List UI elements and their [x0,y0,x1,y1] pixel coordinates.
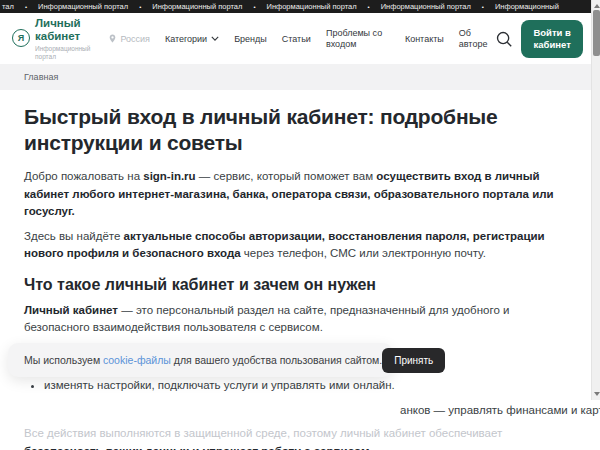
cookie-text: Мы используем cookie-файлы для вашего уд… [24,354,382,366]
ticker-item: тал [2,2,14,11]
ticker-item: Информационный [495,2,559,11]
site-logo[interactable]: Я Личный кабинет Информационный портал [12,17,90,61]
breadcrumb-home[interactable]: Главная [24,72,58,82]
nav-about[interactable]: Об авторе [459,28,493,49]
page: тал • Информационный портал • Информацио… [0,0,600,450]
text-run: Здесь вы найдёте [24,230,124,242]
logo-circle-icon: Я [12,29,30,47]
nav-region-label: Россия [120,34,150,44]
nav-login-problems[interactable]: Проблемы со входом [326,28,390,49]
cookie-banner: Мы используем cookie-файлы для вашего уд… [8,343,393,377]
login-cabinet-button[interactable]: Войти в кабинет [521,20,583,58]
logo-subtitle-line1: Информационный [35,45,90,53]
bullet-separator-icon: • [368,4,370,10]
info-portal-ticker: тал • Информационный портал • Информацио… [0,0,591,13]
ticker-item: Информационный портал [152,2,242,11]
text-run: Мы используем [24,354,103,366]
scrollbar-thumb[interactable] [593,10,600,56]
logo-title-line2: кабинет [35,30,90,43]
site-header: Я Личный кабинет Информационный портал Р… [0,13,591,64]
scroll-down-arrow-icon[interactable] [594,392,600,396]
ticker-item: Информационный портал [38,2,128,11]
logo-title-line1: Личный [35,17,90,30]
nav-region-selector[interactable]: Россия [108,33,150,44]
text-run-bold: Личный кабинет [24,304,118,316]
accept-cookies-button[interactable]: Принять [382,348,445,373]
page-title: Быстрый вход в личный кабинет: подробные… [24,104,560,156]
location-pin-icon [108,33,117,44]
text-run: Добро пожаловать на [24,170,143,182]
logo-letter: Я [18,33,24,43]
definition-paragraph: Личный кабинет — это персональный раздел… [24,302,560,337]
chevron-down-icon [211,36,219,41]
text-run: через телефон, СМС или электронную почту… [241,247,486,259]
security-paragraph: Все действия выполняются в защищенной ср… [24,425,560,450]
bullet-separator-icon: • [253,4,255,10]
partially-hidden-paragraph: анков — управлять финансами и картами, [24,404,560,416]
second-paragraph: Здесь вы найдёте актуальные способы авто… [24,228,560,263]
logo-subtitle-line2: портал [35,53,90,61]
main-nav: Россия Категории Бренды Статьи Проблемы … [108,28,492,49]
article-content: Быстрый вход в личный кабинет: подробные… [0,90,584,450]
text-run: для вашего удобства пользования сайтом. [171,354,382,366]
nav-articles[interactable]: Статьи [282,34,311,44]
ticker-item: Информационный портал [266,2,356,11]
scroll-up-arrow-icon[interactable] [594,4,600,8]
bullet-separator-icon: • [139,4,141,10]
bullet-separator-icon: • [482,4,484,10]
intro-paragraph: Добро пожаловать на sign-in.ru — сервис,… [24,168,560,221]
site-domain-bold: sign-in.ru [143,170,195,182]
nav-categories-label: Категории [165,34,207,44]
nav-brands[interactable]: Бренды [234,34,267,44]
nav-contacts[interactable]: Контакты [405,34,444,44]
bullet-separator-icon: • [25,4,27,10]
ticker-item: Информационный портал [381,2,471,11]
section-heading: Что такое личный кабинет и зачем он нуже… [24,275,560,295]
nav-categories[interactable]: Категории [165,34,219,44]
search-icon [495,30,513,48]
text-run-bold: безопасность ваших данных и упрощает раб… [24,445,373,450]
search-button[interactable] [493,24,515,54]
breadcrumb: Главная [0,64,591,90]
text-run-faded: Все действия выполняются в защищенной ср… [24,427,502,439]
vertical-scrollbar[interactable] [591,0,600,400]
text-run: — сервис, который поможет вам [196,170,377,182]
list-item: изменять настройки, подключать услуги и … [44,377,560,394]
cookie-files-link[interactable]: cookie-файлы [103,354,171,366]
